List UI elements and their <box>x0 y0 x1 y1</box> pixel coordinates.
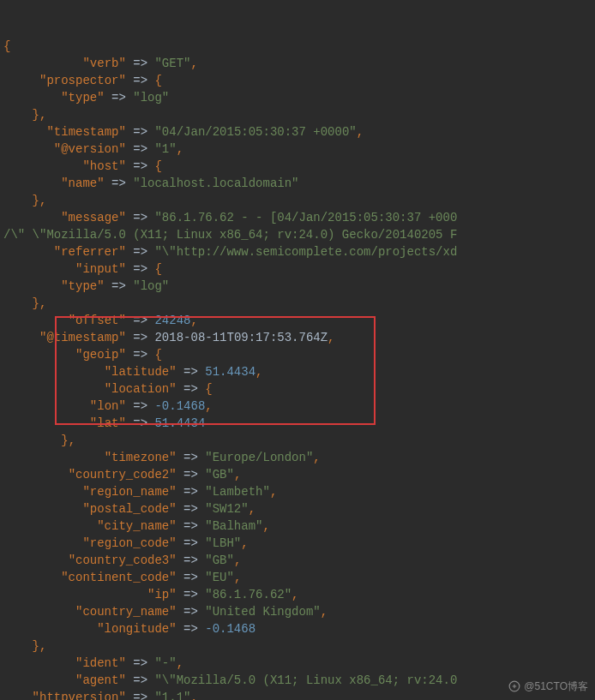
code-line: "@timestamp" => 2018-08-11T09:17:53.764Z… <box>3 329 595 346</box>
code-line: "message" => "86.1.76.62 - - [04/Jan/201… <box>3 209 595 226</box>
code-line: "location" => { <box>3 380 595 398</box>
code-line: "type" => "log" <box>3 89 595 106</box>
code-lines: { "verb" => "GET", "prospector" => { "ty… <box>3 38 595 700</box>
code-line: "country_code2" => "GB", <box>3 466 595 483</box>
code-line: }, <box>3 637 595 655</box>
code-line: "latitude" => 51.4434, <box>3 363 595 380</box>
code-line: "lon" => -0.1468, <box>3 398 595 415</box>
code-line: }, <box>3 295 595 312</box>
code-line: "referrer" => "\"http://www.semicomplete… <box>3 243 595 260</box>
code-line: "longitude" => -0.1468 <box>3 620 595 637</box>
code-line: "ip" => "86.1.76.62", <box>3 586 595 603</box>
code-line: "timestamp" => "04/Jan/2015:05:30:37 +00… <box>3 123 595 141</box>
watermark-icon <box>508 680 520 692</box>
code-line: /\" \"Mozilla/5.0 (X11; Linux x86_64; rv… <box>3 226 595 243</box>
code-line: "geoip" => { <box>3 346 595 363</box>
code-output[interactable]: { "verb" => "GET", "prospector" => { "ty… <box>0 0 595 700</box>
code-line: "host" => { <box>3 158 595 175</box>
code-line: "region_name" => "Lambeth", <box>3 483 595 500</box>
code-line: "country_name" => "United Kingdom", <box>3 603 595 620</box>
code-line: "country_code3" => "GB", <box>3 552 595 569</box>
watermark: @51CTO博客 <box>508 678 588 695</box>
code-line: "continent_code" => "EU", <box>3 569 595 586</box>
code-line: "agent" => "\"Mozilla/5.0 (X11; Linux x8… <box>3 672 595 689</box>
code-line: "name" => "localhost.localdomain" <box>3 175 595 192</box>
code-line: "lat" => 51.4434 <box>3 415 595 432</box>
code-line: "httpversion" => "1.1", <box>3 689 595 700</box>
code-line: "postal_code" => "SW12", <box>3 500 595 518</box>
code-line: }, <box>3 192 595 209</box>
code-line: "ident" => "-", <box>3 655 595 672</box>
code-line: "@version" => "1", <box>3 141 595 158</box>
code-line: "region_code" => "LBH", <box>3 535 595 552</box>
watermark-text: @51CTO博客 <box>524 678 588 695</box>
code-line: { <box>3 38 595 55</box>
code-line: "prospector" => { <box>3 72 595 89</box>
code-line: }, <box>3 432 595 449</box>
code-line: "input" => { <box>3 260 595 278</box>
code-line: }, <box>3 106 595 123</box>
code-line: "timezone" => "Europe/London", <box>3 449 595 466</box>
code-line: "type" => "log" <box>3 278 595 295</box>
code-line: "verb" => "GET", <box>3 55 595 72</box>
code-line: "offset" => 24248, <box>3 312 595 329</box>
code-line: "city_name" => "Balham", <box>3 518 595 535</box>
